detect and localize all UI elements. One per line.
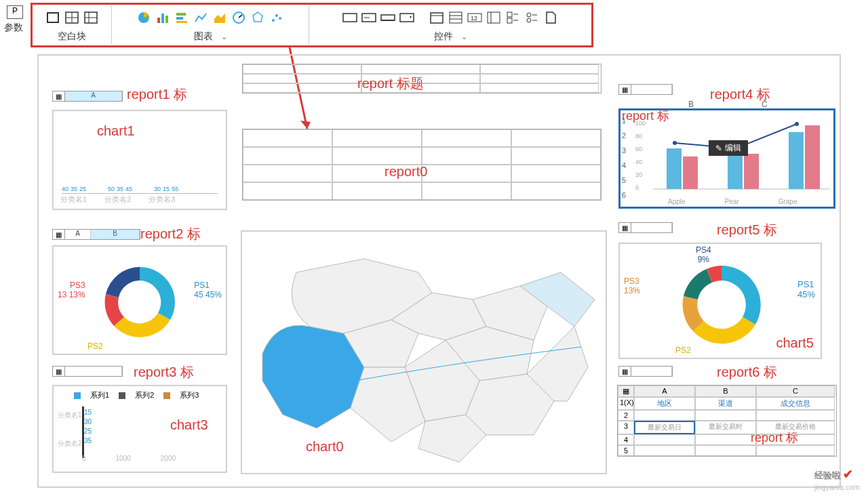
report4-rownums: 123456 xyxy=(622,113,626,203)
chart3-legend: 系列1 系列2 系列3 xyxy=(74,390,199,400)
report6-header[interactable]: ▦ xyxy=(618,366,673,377)
svg-rect-38 xyxy=(507,18,512,23)
svg-point-21 xyxy=(279,17,281,20)
chart1-widget[interactable]: chart1 403525 503545 301555 分类名1分类名2分类名3 xyxy=(52,110,227,210)
pie-chart-icon[interactable] xyxy=(136,10,151,25)
table6[interactable]: ▦ A B C 1(X) 地区 渠道 成交信息 2 3 最新交易日 最新交易时 … xyxy=(617,385,837,457)
report-title-label: report 标题 xyxy=(357,75,424,93)
line-chart-icon[interactable] xyxy=(193,10,208,25)
chart1-values: 403525 503545 301555 xyxy=(62,186,178,192)
widget-tree-icon[interactable] xyxy=(448,10,463,25)
chart5-title: chart5 xyxy=(776,335,814,351)
svg-rect-28 xyxy=(431,13,443,23)
report4-colheaders: BC xyxy=(688,100,768,109)
chart5-widget[interactable]: PS49% PS313% PS145% PS2 chart5 xyxy=(618,243,822,359)
radar-chart-icon[interactable] xyxy=(250,10,265,25)
report1-label: report1 标 xyxy=(127,85,187,104)
widget-checkbox-icon[interactable] xyxy=(505,10,520,25)
svg-rect-52 xyxy=(789,132,804,189)
area-chart-icon[interactable] xyxy=(212,10,227,25)
svg-point-20 xyxy=(275,14,278,17)
grid-2-icon[interactable] xyxy=(83,10,98,25)
blank-new-icon[interactable] xyxy=(45,10,60,25)
widget-text-icon[interactable] xyxy=(342,10,357,25)
widget-label-icon[interactable] xyxy=(361,10,376,25)
parameter-panel-label: 参数 xyxy=(4,22,23,34)
svg-rect-37 xyxy=(507,12,512,17)
report5-header[interactable]: ▦ xyxy=(618,222,673,233)
report3-label: report3 标 xyxy=(134,363,194,381)
report2-header[interactable]: ▦AB xyxy=(52,229,140,240)
svg-rect-49 xyxy=(683,157,698,189)
scatter-chart-icon[interactable] xyxy=(269,10,284,25)
svg-marker-18 xyxy=(253,12,262,22)
report6-label: report6 标 xyxy=(717,363,777,381)
toolbar-chart-label: 图表 xyxy=(194,30,213,43)
chart3-ylabel1: 分类名1 xyxy=(58,411,82,420)
toolbar-blank-label: 空白块 xyxy=(58,29,86,43)
widget-date-icon[interactable] xyxy=(429,10,444,25)
parameter-panel-button[interactable]: P xyxy=(7,5,23,19)
chart2-widget[interactable]: PS145 45% PS313 13% PS2 xyxy=(52,245,227,355)
svg-point-56 xyxy=(795,122,799,126)
report4-xcats: ApplePearGrape xyxy=(668,198,797,205)
svg-rect-13 xyxy=(176,17,183,20)
report5-label: report5 标 xyxy=(717,221,777,239)
hbar-chart-icon[interactable] xyxy=(174,10,189,25)
chart2-donut xyxy=(54,247,226,354)
svg-rect-9 xyxy=(157,18,160,23)
report0-label: report0 xyxy=(384,164,427,180)
report4-widget[interactable]: 123456 BC report 标 100806040200 ✎编辑 Appl… xyxy=(618,108,835,209)
watermark: 经验啦 ✔ jingyanla.com xyxy=(814,467,860,492)
svg-marker-15 xyxy=(214,14,225,23)
report2-label: report2 标 xyxy=(140,225,201,243)
chevron-down-icon[interactable]: ⌄ xyxy=(461,33,467,41)
report4-header[interactable]: ▦ xyxy=(618,84,673,95)
donut-label-ps2: PS2 xyxy=(87,341,103,351)
svg-rect-30 xyxy=(450,12,462,23)
toolbar: 空白块 图表⌄ 12 控件⌄ xyxy=(31,3,593,47)
svg-rect-12 xyxy=(176,13,186,16)
svg-rect-51 xyxy=(744,154,759,189)
svg-rect-48 xyxy=(667,148,682,189)
chart0-label: chart0 xyxy=(306,439,344,455)
bar-chart-icon[interactable] xyxy=(155,10,170,25)
chart1-categories: 分类名1分类名2分类名3 xyxy=(60,194,175,205)
chart3-values: 15302535 xyxy=(84,408,92,446)
svg-text:12: 12 xyxy=(471,15,477,22)
svg-rect-14 xyxy=(176,21,187,23)
design-canvas[interactable]: report 标题 report0 xyxy=(37,54,841,488)
widget-file-icon[interactable] xyxy=(543,10,558,25)
report3-header[interactable]: ▦ xyxy=(52,366,123,377)
svg-rect-53 xyxy=(805,125,820,189)
widget-radio-icon[interactable] xyxy=(524,10,539,25)
chart5-lbl-ps2: PS2 xyxy=(675,346,691,355)
svg-line-17 xyxy=(239,15,242,18)
report4-yticks: 100806040200 xyxy=(635,117,646,194)
svg-rect-27 xyxy=(400,14,414,22)
chart5-lbl-ps1: PS145% xyxy=(797,279,815,299)
widget-button-icon[interactable] xyxy=(380,10,395,25)
report1-header[interactable]: ▦A xyxy=(52,91,123,102)
edit-button[interactable]: ✎编辑 xyxy=(709,140,748,156)
widget-number-icon[interactable]: 12 xyxy=(467,10,482,25)
chart3-ylabel2: 分类名2 xyxy=(58,439,82,449)
widget-combobox-icon[interactable] xyxy=(399,10,414,25)
grid-1-icon[interactable] xyxy=(64,10,79,25)
chevron-down-icon[interactable]: ⌄ xyxy=(221,33,227,41)
svg-rect-50 xyxy=(728,151,743,189)
chart3-widget[interactable]: 系列1 系列2 系列3 chart3 分类名1 分类名2 15302535 01… xyxy=(52,385,227,473)
chart0-map-widget[interactable] xyxy=(241,230,607,474)
svg-point-19 xyxy=(272,19,275,22)
svg-rect-25 xyxy=(381,15,395,20)
svg-point-54 xyxy=(673,141,677,145)
donut-label-ps3: PS313 13% xyxy=(58,280,85,299)
chart3-title: chart3 xyxy=(170,417,208,433)
svg-rect-11 xyxy=(165,16,168,23)
svg-rect-35 xyxy=(488,12,500,23)
gauge-chart-icon[interactable] xyxy=(231,10,246,25)
widget-list-icon[interactable] xyxy=(486,10,501,25)
svg-point-42 xyxy=(527,18,531,22)
svg-rect-22 xyxy=(343,14,357,22)
report4-chart xyxy=(653,116,835,197)
